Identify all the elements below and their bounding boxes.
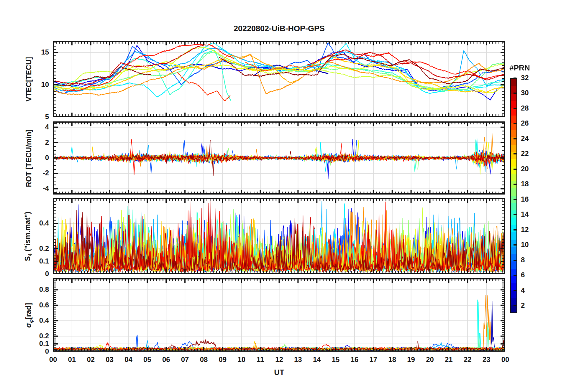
colorbar-tick xyxy=(514,290,516,291)
colorbar-band-prn-21 xyxy=(511,159,516,167)
colorbar-tick-label: 22 xyxy=(521,149,539,158)
colorbar-band-prn-11 xyxy=(511,232,516,240)
colorbar-band-prn-2 xyxy=(511,298,516,305)
colorbar-title: #PRN xyxy=(496,63,543,73)
colorbar-band-prn-10 xyxy=(511,240,516,247)
colorbar-tick xyxy=(514,123,516,124)
colorbar-band-prn-13 xyxy=(511,218,516,225)
colorbar-tick-label: 4 xyxy=(521,286,539,294)
colorbar-tick-label: 20 xyxy=(521,165,539,173)
colorbar-tick xyxy=(514,78,516,79)
axis-label-text: σ xyxy=(24,323,32,328)
colorbar-tick-label: 28 xyxy=(521,104,539,112)
colorbar-band-prn-12 xyxy=(511,225,516,232)
colorbar xyxy=(510,78,517,313)
sigma_phi-axis-label: σφ[rad] xyxy=(24,227,34,392)
colorbar-tick-label: 12 xyxy=(521,225,539,234)
colorbar-tick xyxy=(514,169,516,170)
s4-plot-canvas xyxy=(53,198,505,274)
sigma_phi-plot-canvas xyxy=(53,278,505,352)
colorbar-band-prn-17 xyxy=(511,188,516,196)
axis-label-text: [rad] xyxy=(24,303,32,319)
chart-title: 20220802-UiB-HOP-GPS xyxy=(53,24,505,33)
colorbar-tick xyxy=(514,138,516,139)
colorbar-band-prn-20 xyxy=(511,167,516,174)
colorbar-band-prn-27 xyxy=(511,116,516,123)
colorbar-band-prn-28 xyxy=(511,108,516,116)
colorbar-tick xyxy=(514,184,516,185)
colorbar-tick-label: 2 xyxy=(521,301,539,309)
colorbar-tick-label: 30 xyxy=(521,89,539,97)
colorbar-band-prn-3 xyxy=(511,291,516,298)
vtec-plot-canvas xyxy=(53,41,505,117)
colorbar-band-prn-9 xyxy=(511,247,516,254)
colorbar-tick xyxy=(514,305,516,306)
colorbar-tick xyxy=(514,260,516,261)
figure: 20220802-UiB-HOP-GPS 15105VTEC[TECU]420-… xyxy=(0,0,561,392)
colorbar-tick-label: 6 xyxy=(521,271,539,279)
colorbar-tick xyxy=(514,229,516,230)
x-axis-label: UT xyxy=(53,368,505,377)
colorbar-band-prn-32 xyxy=(511,79,516,86)
colorbar-tick xyxy=(514,199,516,200)
colorbar-tick xyxy=(514,108,516,109)
colorbar-band-prn-25 xyxy=(511,130,516,137)
colorbar-tick xyxy=(514,275,516,276)
colorbar-tick xyxy=(514,93,516,94)
colorbar-band-prn-30 xyxy=(511,94,516,101)
colorbar-band-prn-7 xyxy=(511,261,516,269)
colorbar-band-prn-15 xyxy=(511,203,516,210)
colorbar-tick xyxy=(514,244,516,246)
axis-label-subscript: φ xyxy=(28,319,34,323)
colorbar-tick-label: 32 xyxy=(521,74,539,82)
colorbar-band-prn-29 xyxy=(511,101,516,108)
colorbar-tick-label: 8 xyxy=(521,256,539,264)
colorbar-band-prn-19 xyxy=(511,174,516,181)
colorbar-tick-label: 16 xyxy=(521,195,539,203)
colorbar-band-prn-4 xyxy=(511,283,516,291)
colorbar-band-prn-5 xyxy=(511,276,516,283)
x-tick-label: 00 xyxy=(493,355,517,364)
rot-plot-canvas xyxy=(53,121,505,195)
colorbar-tick-label: 18 xyxy=(521,180,539,188)
colorbar-tick-label: 10 xyxy=(521,241,539,249)
colorbar-band-prn-23 xyxy=(511,145,516,152)
colorbar-tick xyxy=(514,153,516,154)
colorbar-tick xyxy=(514,214,516,215)
colorbar-tick-label: 26 xyxy=(521,119,539,127)
colorbar-band-prn-22 xyxy=(511,152,516,159)
colorbar-tick-label: 24 xyxy=(521,134,539,143)
colorbar-tick-label: 14 xyxy=(521,210,539,218)
